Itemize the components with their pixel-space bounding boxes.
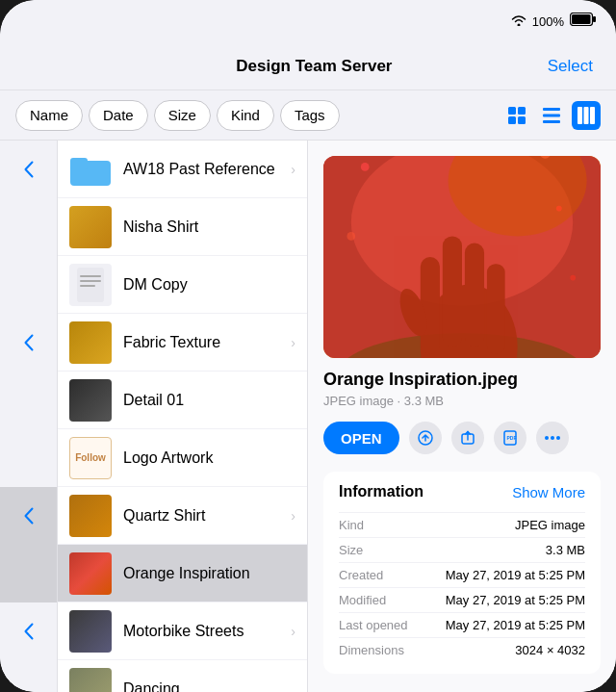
svg-rect-9 <box>543 120 560 123</box>
info-label-kind: Kind <box>339 518 364 532</box>
svg-rect-25 <box>443 236 462 346</box>
file-name-dm: DM Copy <box>123 276 295 294</box>
thumb-dm <box>69 264 112 306</box>
svg-point-31 <box>556 206 562 212</box>
info-value-last-opened: May 27, 2019 at 5:25 PM <box>446 618 585 632</box>
svg-point-29 <box>361 163 370 171</box>
thumb-nisha <box>69 206 112 248</box>
status-bar: 100% <box>0 0 616 42</box>
info-value-modified: May 27, 2019 at 5:25 PM <box>446 593 585 607</box>
svg-rect-11 <box>584 107 589 124</box>
column-view-button[interactable] <box>572 101 601 130</box>
thumb-quartz <box>69 495 112 537</box>
show-more-button[interactable]: Show More <box>512 484 585 500</box>
list-view-button[interactable] <box>537 101 566 130</box>
more-button[interactable] <box>536 422 569 454</box>
back-arrow-7 <box>0 545 57 602</box>
info-section: Information Show More Kind JPEG image Si… <box>323 472 601 674</box>
back-arrow-4 <box>0 372 57 429</box>
back-arrow-1 <box>0 198 57 256</box>
file-name-detail: Detail 01 <box>123 392 295 409</box>
file-item-detail[interactable]: Detail 01 <box>58 372 307 429</box>
battery-icon <box>570 13 597 30</box>
back-arrow-6[interactable] <box>0 487 57 545</box>
file-name-fabric: Fabric Texture <box>123 334 279 351</box>
file-item-fabric[interactable]: Fabric Texture › <box>58 314 307 372</box>
file-item-logo[interactable]: Follow Logo Artwork <box>58 429 307 487</box>
back-column <box>0 141 58 692</box>
chevron-fabric: › <box>291 335 295 350</box>
svg-rect-18 <box>80 285 95 287</box>
svg-rect-5 <box>508 116 516 124</box>
nav-title: Design Team Server <box>236 57 392 76</box>
svg-rect-24 <box>421 257 440 354</box>
svg-rect-3 <box>508 107 516 115</box>
back-arrow-8[interactable] <box>0 602 57 660</box>
file-name-logo: Logo Artwork <box>123 449 295 467</box>
chevron-quartz: › <box>291 508 295 524</box>
share-button[interactable] <box>451 422 484 454</box>
svg-rect-2 <box>593 16 596 22</box>
info-row-size: Size 3.3 MB <box>339 537 585 562</box>
thumb-detail <box>69 379 112 422</box>
info-title: Information <box>339 483 424 500</box>
back-arrow-0[interactable] <box>0 141 57 198</box>
grid-view-button[interactable] <box>502 101 531 130</box>
info-header: Information Show More <box>339 483 585 500</box>
upload-button[interactable] <box>409 422 442 454</box>
file-name-nisha: Nisha Shirt <box>123 218 295 236</box>
sort-tags-button[interactable]: Tags <box>280 100 340 131</box>
back-arrow-3[interactable] <box>0 314 57 372</box>
svg-rect-27 <box>487 264 505 354</box>
info-value-kind: JPEG image <box>515 518 585 532</box>
info-value-dimensions: 3024 × 4032 <box>515 643 585 657</box>
file-name-moto: Motorbike Streets <box>123 623 279 640</box>
info-label-size: Size <box>339 543 363 557</box>
wifi-icon <box>511 14 526 29</box>
thumb-moto <box>69 610 112 653</box>
file-item-nisha[interactable]: Nisha Shirt <box>58 198 307 256</box>
file-item-quartz[interactable]: Quartz Shirt › <box>58 487 307 545</box>
nav-bar: Design Team Server Select <box>0 42 616 90</box>
open-button[interactable]: OPEN <box>323 422 399 454</box>
info-label-dimensions: Dimensions <box>339 643 404 657</box>
chevron-moto: › <box>291 624 295 639</box>
info-row-last-opened: Last opened May 27, 2019 at 5:25 PM <box>339 612 585 637</box>
svg-point-32 <box>346 232 355 241</box>
file-name-quartz: Quartz Shirt <box>123 507 279 525</box>
view-icons <box>502 101 601 130</box>
thumb-fabric <box>69 321 112 364</box>
file-item-aw18[interactable]: AW18 Past Reference › <box>58 141 307 198</box>
file-list: AW18 Past Reference › Nisha Shirt <box>58 141 308 692</box>
info-value-size: 3.3 MB <box>546 543 585 557</box>
svg-point-41 <box>556 436 560 440</box>
svg-rect-17 <box>80 280 101 282</box>
sort-name-button[interactable]: Name <box>15 100 83 131</box>
thumb-dancing <box>69 668 112 693</box>
file-name-aw18: AW18 Past Reference <box>123 161 279 178</box>
info-label-created: Created <box>339 568 383 582</box>
info-label-modified: Modified <box>339 593 386 607</box>
svg-rect-16 <box>80 275 101 277</box>
pdf-button[interactable]: PDF <box>494 422 526 454</box>
action-buttons: OPEN PDF <box>323 422 601 454</box>
info-row-created: Created May 27, 2019 at 5:25 PM <box>339 562 585 587</box>
file-name-dancing: Dancing <box>123 680 295 693</box>
file-item-orange[interactable]: Orange Inspiration <box>58 545 307 602</box>
svg-point-40 <box>551 436 554 440</box>
file-item-moto[interactable]: Motorbike Streets › <box>58 602 307 660</box>
folder-thumb <box>69 148 112 191</box>
toolbar: Name Date Size Kind Tags <box>0 90 616 141</box>
select-button[interactable]: Select <box>548 57 593 76</box>
info-row-modified: Modified May 27, 2019 at 5:25 PM <box>339 587 585 612</box>
file-title: Orange Inspiration.jpeg <box>323 370 601 390</box>
svg-rect-10 <box>578 107 582 124</box>
svg-rect-8 <box>543 114 560 116</box>
sort-date-button[interactable]: Date <box>89 100 148 131</box>
svg-point-33 <box>570 275 576 281</box>
file-item-dancing[interactable]: Dancing <box>58 660 307 692</box>
file-item-dm[interactable]: DM Copy <box>58 256 307 314</box>
sort-size-button[interactable]: Size <box>154 100 211 131</box>
thumb-orange <box>69 552 112 595</box>
sort-kind-button[interactable]: Kind <box>217 100 274 131</box>
